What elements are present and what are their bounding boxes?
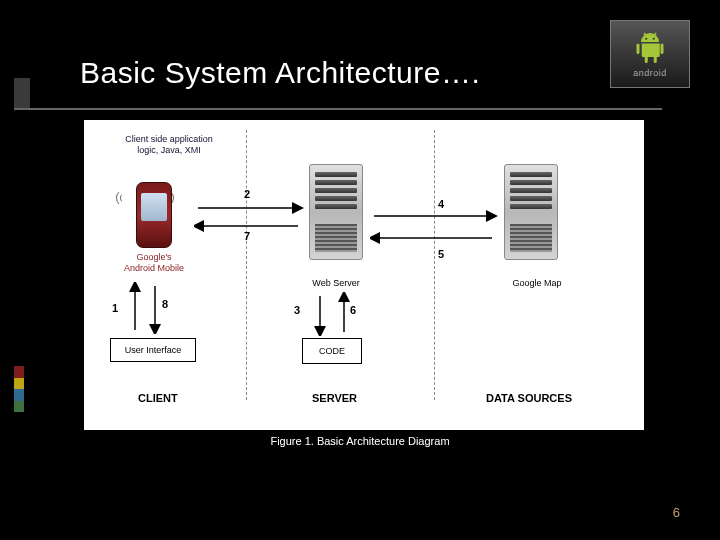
stripe-seg-4 [14,401,24,413]
user-interface-box: User Interface [110,338,196,362]
arrow-server-data [370,202,498,258]
header-accent-bar [14,78,30,108]
page-number: 6 [673,505,680,520]
zone-server-label: SERVER [312,392,357,404]
svg-point-3 [653,38,655,40]
code-box: CODE [302,338,362,364]
stripe-seg-1 [14,366,24,378]
figure-caption: Figure 1. Basic Architecture Diagram [0,435,720,447]
data-source-label: Google Map [502,278,572,289]
data-source-server-icon [504,164,558,260]
step-1: 1 [112,302,118,314]
step-2: 2 [244,188,250,200]
svg-point-2 [645,38,647,40]
slide-title: Basic System Architecture…. [80,56,480,90]
divider-1 [246,130,247,400]
step-6: 6 [350,304,356,316]
zone-client-label: CLIENT [138,392,178,404]
client-desc: Client side application logic, Java, XMI [114,134,224,156]
android-robot-icon [632,30,668,66]
step-3: 3 [294,304,300,316]
color-stripe [14,366,24,412]
android-phone-icon [136,182,172,248]
stripe-seg-2 [14,378,24,390]
divider-2 [434,130,435,400]
step-4: 4 [438,198,444,210]
web-server-label: Web Server [306,278,366,289]
android-wordmark: android [633,68,667,78]
step-5: 5 [438,248,444,260]
android-logo: android [610,20,690,88]
header-underline [14,108,662,110]
phone-label: Google's Android Mobile [122,252,186,274]
zone-data-label: DATA SOURCES [486,392,572,404]
architecture-diagram: Client side application logic, Java, XMI… [84,120,644,430]
web-server-icon [309,164,363,260]
step-8: 8 [162,298,168,310]
stripe-seg-3 [14,389,24,401]
step-7: 7 [244,230,250,242]
